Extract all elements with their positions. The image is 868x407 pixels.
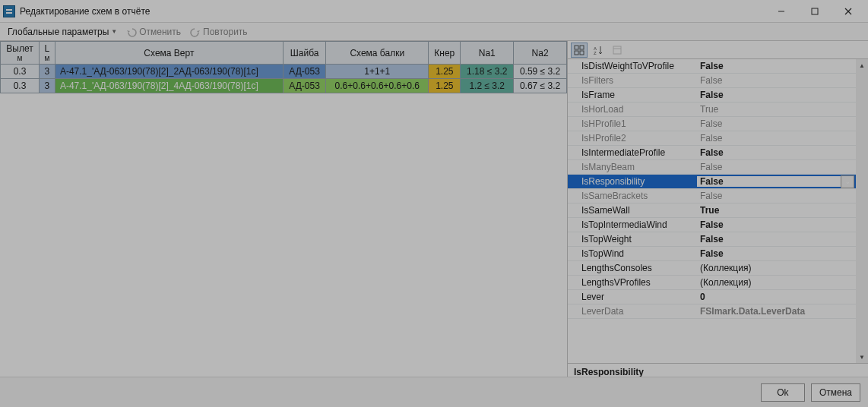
redo-button[interactable]: Повторить — [187, 25, 251, 39]
undo-label: Отменить — [139, 27, 181, 37]
prop-value[interactable]: False — [697, 176, 841, 187]
prop-row-ishorload[interactable]: IsHorLoadTrue — [568, 103, 856, 117]
prop-row-issamebrackets[interactable]: IsSameBracketsFalse — [568, 189, 856, 204]
dropdown-button[interactable]: ⌄ — [841, 175, 854, 188]
prop-row-istopintermediawind[interactable]: IsTopIntermediaWindFalse — [568, 218, 856, 232]
col-shaiba[interactable]: Шайба — [283, 42, 325, 65]
prop-row-ishprofile2[interactable]: IsHProfile2False — [568, 131, 856, 146]
prop-name: LengthsConsoles — [568, 263, 697, 273]
col-vylet[interactable]: Вылетм — [1, 42, 40, 65]
prop-row-issamewall[interactable]: IsSameWallTrue — [568, 204, 856, 218]
col-na2[interactable]: Na2 — [514, 42, 567, 65]
prop-value: False — [697, 133, 856, 144]
app-icon — [3, 5, 15, 17]
undo-icon — [126, 27, 137, 37]
prop-value: False — [697, 61, 856, 71]
titlebar: Редактирование схем в отчёте — [0, 0, 868, 23]
global-params-label: Глобальные параметры — [8, 27, 109, 37]
prop-name: IsFilters — [568, 75, 697, 86]
grid-pane: Вылетм Lм Схема Верт Шайба Схема балки К… — [0, 41, 568, 407]
prop-name: Lever — [568, 292, 697, 302]
prop-value: False — [697, 162, 856, 172]
prop-name: IsSameWall — [568, 205, 697, 216]
prop-name: IsDistWeightToVProfile — [568, 61, 697, 71]
prop-row-lengthsconsoles[interactable]: LengthsConsoles(Коллекция) — [568, 261, 856, 276]
scroll-down-button[interactable]: ▼ — [856, 351, 868, 363]
prop-row-isfilters[interactable]: IsFiltersFalse — [568, 74, 856, 88]
prop-value: False — [697, 219, 856, 230]
prop-row-isframe[interactable]: IsFrameFalse — [568, 88, 856, 103]
minimize-button[interactable] — [765, 1, 798, 22]
prop-value: False — [697, 90, 856, 100]
svg-rect-6 — [575, 51, 578, 55]
toolbar: Глобальные параметры ▼ Отменить Повторит… — [0, 23, 868, 41]
svg-rect-4 — [575, 46, 578, 49]
scroll-up-button[interactable]: ▲ — [856, 59, 868, 71]
prop-value: FSImark.Data.LeverData — [697, 306, 856, 317]
svg-rect-5 — [580, 46, 584, 49]
schema-table[interactable]: Вылетм Lм Схема Верт Шайба Схема балки К… — [0, 41, 567, 93]
col-shema-balki[interactable]: Схема балки — [326, 42, 429, 65]
col-kner[interactable]: Кнер — [429, 42, 461, 65]
prop-name: IsResponsibility — [568, 176, 697, 187]
prop-value: True — [697, 205, 856, 216]
table-row[interactable]: 0.3 3 А-47.1_'АД-063/190(78)[2]_4АД-063/… — [1, 79, 567, 93]
prop-value: False — [697, 234, 856, 245]
col-l[interactable]: Lм — [39, 42, 55, 65]
prop-value: (Коллекция) — [697, 263, 856, 273]
prop-name: IsIntermediateProfile — [568, 147, 697, 158]
svg-rect-1 — [812, 8, 818, 14]
prop-row-isintermediateprofile[interactable]: IsIntermediateProfileFalse — [568, 146, 856, 160]
v-scrollbar[interactable]: ▲ ▼ — [856, 59, 868, 363]
prop-name: IsHProfile2 — [568, 133, 697, 144]
prop-name: IsSameBrackets — [568, 191, 697, 201]
property-pages-button[interactable] — [609, 43, 626, 58]
prop-value: False — [697, 75, 856, 86]
ok-button[interactable]: Ok — [761, 383, 805, 402]
prop-value: False — [697, 191, 856, 201]
close-button[interactable] — [832, 1, 865, 22]
desc-title: IsResponsibility — [574, 367, 644, 377]
prop-row-istopweight[interactable]: IsTopWeightFalse — [568, 232, 856, 247]
prop-name: IsTopWeight — [568, 234, 697, 245]
property-pane: AZ IsDistWeightToVProfileFalseIsFiltersF… — [568, 41, 868, 407]
prop-value: False — [697, 147, 856, 158]
window-title: Редактирование схем в отчёте — [20, 6, 765, 17]
prop-name: LengthsVProfiles — [568, 277, 697, 288]
prop-value: 0 — [697, 292, 856, 302]
prop-row-ismanybeam[interactable]: IsManyBeamFalse — [568, 160, 856, 175]
prop-name: IsTopWind — [568, 248, 697, 259]
prop-value: True — [697, 104, 856, 115]
svg-text:Z: Z — [594, 51, 597, 55]
prop-name: IsHProfile1 — [568, 118, 697, 129]
col-shema-vert[interactable]: Схема Верт — [55, 42, 283, 65]
propgrid-toolbar: AZ — [568, 41, 868, 59]
maximize-button[interactable] — [798, 1, 832, 22]
prop-name: LeverData — [568, 306, 697, 317]
prop-row-istopwind[interactable]: IsTopWindFalse — [568, 247, 856, 261]
undo-button[interactable]: Отменить — [123, 25, 184, 39]
prop-row-lengthsvprofiles[interactable]: LengthsVProfiles(Коллекция) — [568, 276, 856, 290]
cancel-button[interactable]: Отмена — [811, 383, 860, 402]
prop-name: IsFrame — [568, 90, 697, 100]
prop-row-lever[interactable]: Lever0 — [568, 290, 856, 304]
col-na1[interactable]: Na1 — [461, 42, 514, 65]
prop-name: IsManyBeam — [568, 162, 697, 172]
dialog-footer: Ok Отмена — [0, 377, 868, 407]
prop-name: IsHorLoad — [568, 104, 697, 115]
alphabetical-button[interactable]: AZ — [590, 43, 607, 58]
svg-rect-7 — [580, 51, 584, 55]
global-params-dropdown[interactable]: Глобальные параметры ▼ — [5, 25, 120, 39]
chevron-down-icon: ▼ — [111, 28, 117, 35]
prop-value: False — [697, 118, 856, 129]
prop-row-isresponsibility[interactable]: IsResponsibilityFalse⌄ — [568, 175, 856, 189]
prop-row-ishprofile1[interactable]: IsHProfile1False — [568, 117, 856, 131]
prop-row-isdistweighttovprofile[interactable]: IsDistWeightToVProfileFalse — [568, 59, 856, 74]
prop-row-leverdata[interactable]: LeverDataFSImark.Data.LeverData — [568, 304, 856, 319]
categorized-button[interactable] — [571, 43, 588, 58]
redo-icon — [190, 27, 201, 37]
prop-value: (Коллекция) — [697, 277, 856, 288]
property-list[interactable]: IsDistWeightToVProfileFalseIsFiltersFals… — [568, 59, 856, 363]
table-row[interactable]: 0.3 3 А-47.1_'АД-063/190(78)[2]_2АД-063/… — [1, 65, 567, 79]
redo-label: Повторить — [203, 27, 248, 37]
